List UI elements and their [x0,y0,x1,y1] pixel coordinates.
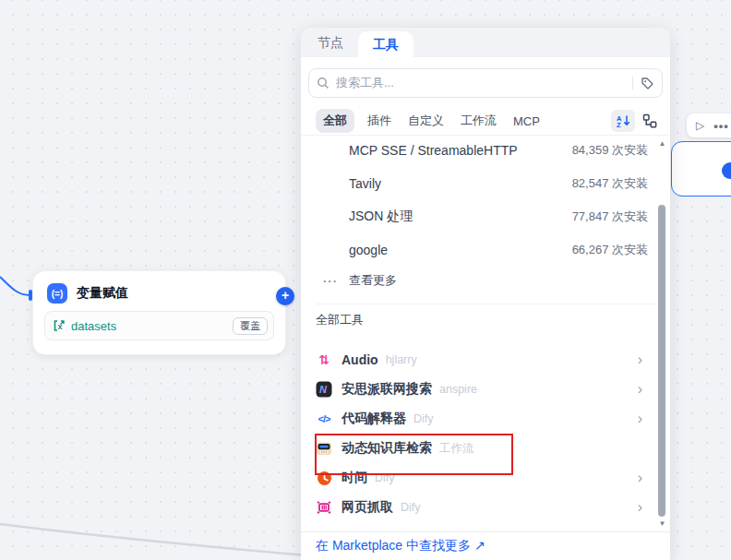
install-count: 66,267 次安装 [572,242,648,258]
tool-item-time[interactable]: 时间 Dify › [301,463,670,493]
anspire-icon: N [316,381,332,398]
filter-workflow[interactable]: 工作流 [461,113,497,129]
node-header: (=) 变量赋值 [33,271,285,311]
filter-all[interactable]: 全部 [316,109,354,133]
filter-plugins[interactable]: 插件 [367,113,391,129]
view-more-button[interactable]: ··· 查看更多 [301,267,670,294]
tool-name: Audio [342,352,378,367]
variable-assigner-icon: (=) [47,283,67,304]
tool-provider: anspire [439,383,477,396]
list-item[interactable]: Tavily 82,547 次安装 [301,167,670,200]
install-count: 77,847 次安装 [572,209,648,225]
ellipsis-icon: ··· [323,274,338,288]
plugin-name: Tavily [349,176,381,191]
variable-assigner-node[interactable]: (=) 变量赋值 + x datasets 覆盖 [32,270,286,355]
install-count: 84,359 次安装 [572,142,648,159]
chevron-right-icon: › [638,351,642,368]
chevron-right-icon: › [638,381,642,398]
scroll-down-arrow-icon[interactable]: ▼ [656,519,668,528]
tool-item-anspire[interactable]: N 安思派联网搜索 anspire › [301,375,670,404]
edge-gray [0,524,306,555]
list-item[interactable]: JSON 处理 77,847 次安装 [301,200,670,233]
tab-nodes[interactable]: 节点 [316,28,345,57]
sort-button[interactable]: A Z [611,110,635,132]
tool-item-dynamic-kb-retrieval[interactable]: 动态知识库检索 工作流 [301,434,670,463]
filter-mcp[interactable]: MCP [513,114,540,128]
search-placeholder: 搜索工具... [336,75,625,91]
plugin-name: google [349,243,388,257]
tool-name: 代码解释器 [342,411,406,427]
robot-icon [316,440,332,457]
view-more-label: 查看更多 [349,272,397,289]
filter-custom[interactable]: 自定义 [408,113,444,129]
workflow-canvas[interactable]: ▷ ••• (=) 变量赋值 + x datasets 覆盖 节点 工具 [0,0,731,560]
tool-provider: Dify [401,501,421,514]
scrollbar-thumb[interactable] [658,205,665,517]
scroll-up-arrow-icon[interactable]: ▲ [656,139,668,148]
variable-row[interactable]: x datasets 覆盖 [44,311,274,340]
tab-tools[interactable]: 工具 [358,31,413,57]
chevron-right-icon: › [638,499,642,516]
clock-icon [316,470,332,486]
edge-blue [0,277,30,295]
tool-item-web-scraper[interactable]: 网页抓取 Dify › [301,493,670,522]
tool-name: 安思派联网搜索 [342,381,432,398]
chevron-right-icon: › [638,470,642,486]
svg-text:N: N [319,384,328,395]
tree-view-button[interactable] [642,113,657,128]
tool-provider: hjlarry [386,353,417,366]
search-divider [632,77,633,89]
search-input[interactable]: 搜索工具... [308,68,663,98]
scrollbar[interactable]: ▲ ▼ [656,134,668,531]
list-item[interactable]: MCP SSE / StreamableHTTP 84,359 次安装 [301,134,670,167]
node-toolbar[interactable]: ▷ ••• [687,113,731,137]
variable-icon: x [53,319,66,332]
plugin-name: JSON 处理 [349,209,413,225]
tool-name: 时间 [342,470,367,486]
marketplace-link[interactable]: 在 Marketplace 中查找更多 ↗ [316,538,485,554]
filter-row: 全部 插件 自定义 工作流 MCP A Z [301,107,670,136]
install-count: 82,547 次安装 [572,175,648,192]
add-next-node-button[interactable]: + [276,287,294,305]
divider [316,304,655,304]
panel-footer: 在 Marketplace 中查找更多 ↗ [301,531,670,560]
spider-icon [316,499,332,516]
overwrite-badge: 覆盖 [233,317,268,335]
tool-provider: Dify [375,471,395,484]
chevron-right-icon: › [638,411,642,427]
tool-item-audio[interactable]: ⇅ Audio hjlarry › [301,345,670,375]
tool-item-code-interpreter[interactable]: </> 代码解释器 Dify › [301,404,670,434]
code-icon: </> [316,411,332,427]
tool-name: 网页抓取 [342,499,393,516]
tools-panel: 节点 工具 搜索工具... 全部 插件 自定义 工作流 [301,28,670,560]
tool-name: 动态知识库检索 [342,440,432,457]
tree-view-icon [642,113,657,128]
plugin-name: MCP SSE / StreamableHTTP [349,143,518,158]
variable-name: datasets [71,319,116,333]
svg-text:Z: Z [617,121,621,128]
tool-provider: Dify [413,412,434,425]
more-icon[interactable]: ••• [713,119,729,133]
node-title: 变量赋值 [77,285,128,302]
tool-provider: 工作流 [439,441,474,457]
list-item[interactable]: google 66,267 次安装 [301,233,670,267]
tools-list: MCP SSE / StreamableHTTP 84,359 次安装 Tavi… [301,134,670,531]
audio-icon: ⇅ [316,351,332,368]
play-icon[interactable]: ▷ [696,119,704,132]
tag-filter-icon[interactable] [641,77,654,90]
search-icon [317,77,330,89]
panel-tabs: 节点 工具 [301,28,670,57]
sort-asc-icon: A Z [616,113,630,128]
section-title: 全部工具 [316,312,655,328]
